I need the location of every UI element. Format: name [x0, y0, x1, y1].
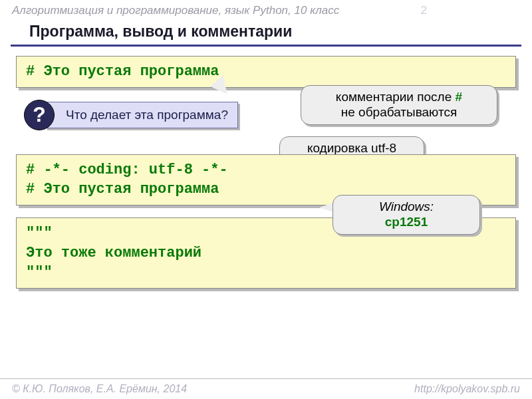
code3-line2: Это тоже комментарий — [26, 245, 201, 261]
header-bar: Алгоритмизация и программирование, язык … — [0, 0, 532, 20]
callout3-value: cp1251 — [344, 215, 469, 230]
footer: © К.Ю. Поляков, Е.А. Ерёмин, 2014 http:/… — [0, 378, 532, 399]
code3-line1: """ — [26, 225, 53, 241]
callout2-line1: кодировка utf-8 — [307, 141, 396, 155]
code1-line1: # Это пустая программа — [26, 63, 219, 80]
callout1-after: не обрабатываются — [341, 105, 457, 119]
code2-line1: # -*- coding: utf-8 -*- — [26, 162, 228, 178]
course-title: Алгоритмизация и программирование, язык … — [12, 4, 339, 17]
callout-comments: комментарии после # не обрабатываются — [301, 85, 497, 125]
callout-windows: Windows: cp1251 — [332, 195, 480, 235]
footer-url: http://kpolyakov.spb.ru — [414, 383, 520, 395]
code-block-1: # Это пустая программа — [16, 56, 516, 88]
callout3-label: Windows: — [379, 200, 434, 213]
slide-title: Программа, вывод и комментарии — [11, 20, 521, 47]
page-number: 2 — [421, 4, 427, 17]
callout1-before: комментарии после — [336, 90, 456, 104]
hash-icon: # — [456, 90, 463, 104]
code3-line3: """ — [26, 264, 53, 281]
question-mark-icon: ? — [24, 100, 55, 130]
code2-line2: # Это пустая программа — [26, 181, 219, 198]
footer-copyright: © К.Ю. Поляков, Е.А. Ерёмин, 2014 — [12, 383, 187, 395]
question-text: Что делает эта программа? — [45, 102, 238, 128]
